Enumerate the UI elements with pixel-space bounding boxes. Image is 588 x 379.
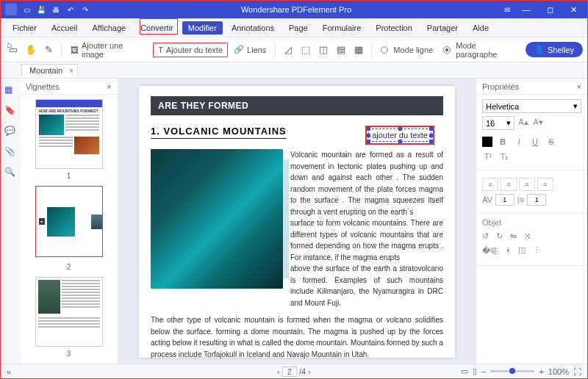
crop-icon[interactable]: ◿ [280, 42, 296, 58]
user-button[interactable]: 👤Shelley [526, 42, 583, 57]
file-tabs: Mountain× [1, 62, 587, 79]
align-justify-button[interactable]: ≡ [537, 178, 553, 191]
close-tab-icon[interactable]: × [69, 66, 74, 75]
mode-line-radio[interactable]: Mode ligne [376, 43, 437, 57]
search-icon[interactable]: 🔍 [4, 167, 16, 178]
toolbar: ▭ ✋ ✎ 🖼Ajouter une image TAjouter du tex… [1, 37, 587, 62]
strike-button[interactable]: S [545, 136, 557, 148]
page-indicator: ‹ 2 /4 › [277, 367, 311, 376]
flip-h-icon[interactable]: ⇋ [510, 231, 517, 241]
view-continuous-icon[interactable]: ▯ [473, 367, 477, 376]
subscript-button[interactable]: T₁ [498, 151, 510, 162]
image-icon: 🖼 [71, 46, 79, 54]
hand-tool-icon[interactable]: ✋ [23, 42, 39, 58]
view-single-icon[interactable]: ▭ [461, 367, 468, 376]
menu-aide[interactable]: Aide [467, 21, 495, 35]
thumbnail-1[interactable]: HOW ARE MOUNTAINS FORMED? [35, 99, 103, 169]
properties-panel: Propriétés× Helvetica▾ 16▾ A▴ A▾ B I U S… [476, 79, 587, 365]
panel-close-icon[interactable]: × [107, 82, 112, 91]
object-title: Objet [482, 218, 581, 227]
minimize-button[interactable]: — [517, 3, 536, 16]
menu-protection[interactable]: Protection [370, 21, 418, 35]
properties-close-icon[interactable]: × [577, 82, 581, 91]
menu-partager[interactable]: Partager [421, 21, 464, 35]
home-icon[interactable]: ⌂ [7, 40, 12, 50]
increase-size-icon[interactable]: A▴ [517, 116, 529, 128]
document-area[interactable]: ARE THEY FORMED 1. VOLCANIC MOUNTAINS aj… [118, 79, 476, 365]
body-column: Volcanic mountain are formed as a result… [290, 149, 443, 308]
background-icon[interactable]: ◫ [315, 42, 331, 58]
article-image [151, 149, 283, 289]
size-select[interactable]: 16▾ [482, 116, 514, 130]
zoom-out-icon[interactable]: − [481, 367, 486, 376]
print-icon[interactable]: 🖶 [51, 4, 61, 15]
edit-tool-icon[interactable]: ✎ [40, 42, 57, 58]
redo-icon[interactable]: ↷ [80, 4, 90, 15]
bold-button[interactable]: B [497, 136, 509, 148]
section-band: ARE THEY FORMED [151, 96, 443, 115]
menu-accueil[interactable]: Accueil [46, 21, 83, 35]
decrease-size-icon[interactable]: A▾ [532, 116, 544, 128]
mail-icon[interactable]: ✉ [502, 4, 512, 15]
fit-icon[interactable]: ⛶ [573, 367, 581, 376]
superscript-button[interactable]: T¹ [482, 151, 494, 162]
page: ARE THEY FORMED 1. VOLCANIC MOUNTAINS aj… [139, 86, 455, 358]
attachments-icon[interactable]: 📎 [4, 146, 16, 158]
watermark-icon[interactable]: ⬚ [298, 42, 314, 58]
collapse-icon[interactable]: « [7, 367, 11, 376]
links-button[interactable]: 🔗Liens [229, 43, 270, 57]
font-select[interactable]: Helvetica▾ [482, 99, 581, 113]
align-center-button[interactable]: ≡ [501, 178, 517, 191]
align-obj-right-icon[interactable]: ◫ [518, 245, 526, 256]
menu-affichage[interactable]: Affichage [86, 21, 132, 35]
next-page-icon[interactable]: › [308, 367, 311, 376]
header-icon[interactable]: ▤ [333, 42, 349, 58]
menu-annotations[interactable]: Annotations [226, 21, 280, 35]
rotate-left-icon[interactable]: ↺ [482, 231, 489, 241]
statusbar: « ‹ 2 /4 › ▭ ▯ − + 100% ⛶ [1, 364, 587, 378]
save-icon[interactable]: 💾 [36, 4, 46, 15]
add-image-button[interactable]: 🖼Ajouter une image [66, 39, 151, 61]
underline-button[interactable]: U [529, 136, 541, 148]
undo-icon[interactable]: ↶ [65, 4, 76, 15]
align-obj-left-icon[interactable]: �咗 [482, 245, 498, 256]
thumbnail-2[interactable]: ■ [35, 186, 103, 256]
app-title: Wondershare PDFelement Pro [95, 5, 498, 14]
align-left-button[interactable]: ≡ [482, 178, 498, 191]
open-icon[interactable]: ▭ [21, 4, 32, 15]
line-spacing-input[interactable] [527, 194, 546, 206]
thumbnails-panel: Vignettes× HOW ARE MOUNTAINS FORMED? 1 [20, 79, 118, 365]
distribute-icon[interactable]: ⋮ [533, 245, 541, 256]
zoom-value: 100% [548, 367, 569, 376]
menu-convertir[interactable]: Convertir [135, 21, 179, 35]
italic-button[interactable]: I [513, 136, 525, 148]
comments-icon[interactable]: 💬 [4, 126, 16, 137]
menu-page[interactable]: Page [283, 21, 314, 35]
add-text-button[interactable]: TAjouter du texte [153, 43, 228, 57]
footer-icon[interactable]: ▦ [351, 42, 367, 58]
app-logo [5, 4, 17, 15]
close-button[interactable]: ✕ [564, 3, 583, 16]
char-spacing-icon: AV [482, 195, 492, 204]
menu-formulaire[interactable]: Formulaire [317, 21, 368, 35]
rotate-right-icon[interactable]: ↻ [496, 231, 503, 241]
mode-paragraph-radio[interactable]: Mode paragraphe [439, 39, 524, 61]
zoom-slider[interactable] [490, 370, 534, 372]
align-obj-center-icon[interactable]: ⍿ [506, 245, 511, 256]
prev-page-icon[interactable]: ‹ [277, 367, 280, 376]
color-swatch[interactable] [482, 137, 492, 147]
align-right-button[interactable]: ≡ [519, 178, 535, 191]
thumbnails-icon[interactable]: ▦ [4, 84, 16, 96]
zoom-in-icon[interactable]: + [539, 367, 543, 376]
char-spacing-input[interactable] [495, 194, 514, 206]
page-input[interactable]: 2 [282, 367, 297, 377]
menu-modifier[interactable]: Modifier [182, 21, 223, 35]
text-insert-box[interactable]: ajouter du texte [368, 129, 431, 142]
thumbnail-3[interactable] [35, 277, 103, 347]
flip-v-icon[interactable]: ⤭ [524, 231, 531, 241]
maximize-button[interactable]: ◻ [540, 3, 559, 16]
bookmarks-icon[interactable]: 🔖 [4, 105, 16, 117]
text-icon: T [158, 46, 163, 54]
file-tab[interactable]: Mountain× [21, 64, 78, 76]
menu-fichier[interactable]: Fichier [7, 21, 43, 35]
